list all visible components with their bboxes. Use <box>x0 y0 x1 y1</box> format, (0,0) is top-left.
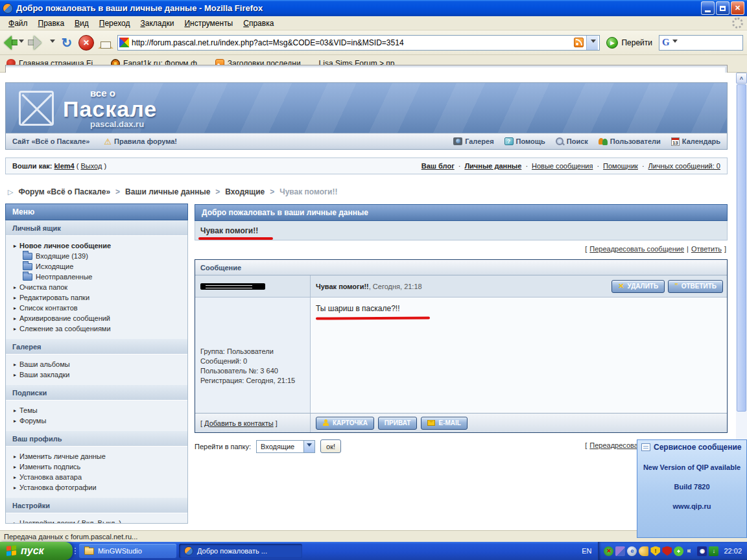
delete-button[interactable]: ✕УДАЛИТЬ <box>611 280 665 293</box>
menu-view[interactable]: Вид <box>70 18 93 29</box>
card-button[interactable]: КАРТОЧКА <box>316 417 374 430</box>
forward-message-link[interactable]: Переадресовать сообщение <box>589 245 684 253</box>
table-header: Сообщение <box>195 260 727 275</box>
forward-dropdown-icon[interactable] <box>50 40 55 45</box>
rules-link[interactable]: ⚠ Правила форума! <box>104 137 177 146</box>
security-warning-icon[interactable]: ! <box>650 546 660 556</box>
language-indicator[interactable]: EN <box>575 542 598 560</box>
volume-icon[interactable] <box>685 546 695 556</box>
folder-select[interactable]: Входящие <box>256 440 315 453</box>
firewall-icon[interactable] <box>662 546 672 556</box>
firefox-icon <box>184 546 193 555</box>
nav-search[interactable]: Поиск <box>556 137 588 146</box>
breadcrumb-forum[interactable]: Форум «Всё о Паскале» <box>18 187 110 196</box>
nav-members[interactable]: Пользователи <box>599 137 661 145</box>
pm-count-link[interactable]: Личных сообщений: 0 <box>648 162 720 170</box>
sidebar-item-unsent[interactable]: Неотправленные <box>6 272 187 282</box>
username-link[interactable]: klem4 <box>54 162 75 170</box>
sidebar-item-topics[interactable]: ▸Темы <box>6 405 187 415</box>
sidebar-item-new-message[interactable]: ▸Новое личное сообщение <box>6 240 187 251</box>
qip-notification-popup[interactable]: Сервисное сообщение New Version of QIP a… <box>637 439 747 538</box>
forward-button[interactable] <box>28 36 55 50</box>
url-text[interactable]: http://forum.pascal.net.ru/index.php?act… <box>132 38 571 47</box>
bookmark-item[interactable]: Lisa Sims Forum > пр... <box>319 59 401 68</box>
address-bar[interactable]: http://forum.pascal.net.ru/index.php?act… <box>117 35 600 51</box>
stop-button[interactable]: ✕ <box>78 35 94 51</box>
sidebar-item-tracking[interactable]: ▸Слежение за сообщениями <box>6 323 187 334</box>
sidebar-item-edit-folders[interactable]: ▸Редактировать папки <box>6 292 187 303</box>
logout-link[interactable]: Выход <box>81 162 102 170</box>
main-content: Добро пожаловать в ваши личные данные Чу… <box>195 204 728 453</box>
nav-calendar[interactable]: 13Календарь <box>671 137 720 146</box>
minimize-button[interactable] <box>701 1 715 15</box>
email-button[interactable]: E-MAIL <box>421 417 467 430</box>
sidebar-item-albums[interactable]: ▸Ваши альбомы <box>6 359 187 369</box>
sidebar-item-edit-signature[interactable]: ▸Изменить подпись <box>6 461 187 472</box>
messenger-icon[interactable]: e <box>627 546 637 556</box>
qip-note-icon <box>641 443 650 451</box>
breadcrumb-personal[interactable]: Ваши личные данные <box>125 187 210 196</box>
sidebar-item-empty-folders[interactable]: ▸Очистка папок <box>6 282 187 292</box>
go-button[interactable]: ▶ Перейти <box>604 37 655 49</box>
connection-icon[interactable]: ◉ <box>697 546 707 556</box>
calendar-icon: 13 <box>671 137 680 146</box>
task-firefox[interactable]: Добро пожаловать ... <box>179 544 302 558</box>
menu-tools[interactable]: Инструменты <box>180 18 237 29</box>
sidebar-item-contacts[interactable]: ▸Список контактов <box>6 303 187 313</box>
menu-go[interactable]: Переход <box>95 18 135 29</box>
sidebar-item-avatar[interactable]: ▸Установка аватара <box>6 472 187 482</box>
network-icon[interactable] <box>615 546 625 556</box>
sidebar-item-sent[interactable]: Исходящие <box>6 261 187 272</box>
menu-file[interactable]: Файл <box>4 18 32 29</box>
nav-gallery[interactable]: Галерея <box>453 137 493 145</box>
ok-button[interactable]: ок! <box>320 439 341 453</box>
back-button[interactable] <box>4 36 24 50</box>
menu-bookmarks[interactable]: Закладки <box>136 18 178 29</box>
scrollbar-thumb[interactable] <box>737 84 746 412</box>
sidebar-item-inbox[interactable]: Входящие (139) <box>6 251 187 261</box>
sidebar-item-photo[interactable]: ▸Установка фотографии <box>6 482 187 493</box>
window-titlebar: Добро пожаловать в ваши личные данные - … <box>0 0 747 16</box>
search-engine-dropdown-icon[interactable] <box>672 40 678 45</box>
sidebar-item-bookmarks[interactable]: ▸Ваши закладки <box>6 369 187 380</box>
assistant-link[interactable]: Помощник <box>603 162 638 170</box>
qip-icon[interactable] <box>674 546 683 556</box>
sidebar-item-forums[interactable]: ▸Форумы <box>6 415 187 426</box>
qip-title: Сервисное сообщение <box>654 443 742 452</box>
qip-url[interactable]: www.qip.ru <box>637 502 746 510</box>
antivirus-icon[interactable]: ✕ <box>604 546 613 556</box>
add-contact-link[interactable]: Добавить в контакты <box>204 419 274 427</box>
home-button[interactable] <box>98 36 113 50</box>
clock[interactable]: 22:02 <box>724 547 742 555</box>
download-manager-icon[interactable]: ↓ <box>709 546 718 556</box>
scroll-up-button[interactable]: ˄ <box>736 73 747 84</box>
restore-button[interactable] <box>716 1 729 15</box>
back-dropdown-icon[interactable] <box>19 40 24 45</box>
privat-button[interactable]: ПРИВАТ <box>378 417 418 430</box>
keys-icon[interactable] <box>639 546 648 556</box>
menu-edit[interactable]: Правка <box>34 18 69 29</box>
sidebar-item-edit-profile[interactable]: ▸Изменить личные данные <box>6 451 187 461</box>
start-button[interactable]: пуск <box>0 542 73 560</box>
reply-link[interactable]: Ответить <box>691 245 722 253</box>
close-button[interactable]: ✕ <box>731 1 744 15</box>
personal-data-link[interactable]: Личные данные <box>464 162 521 170</box>
forum-logo[interactable]: все о Паскале pascal.dax.ru <box>63 88 157 128</box>
nav-help[interactable]: ?Помощь <box>504 137 545 145</box>
google-icon[interactable]: G <box>662 37 670 48</box>
taskbar: пуск MinGWStudio Добро пожаловать ... EN… <box>0 542 747 560</box>
search-input[interactable]: G <box>659 35 743 51</box>
reply-button[interactable]: ”ОТВЕТИТЬ <box>668 280 723 293</box>
sidebar-item-board-settings[interactable]: ▸Настройки доски ( Вкл. Выкл. ) <box>6 518 187 523</box>
menu-help[interactable]: Справка <box>239 18 278 29</box>
new-messages-link[interactable]: Новые сообщения <box>532 162 593 170</box>
urlbar-dropdown-button[interactable] <box>586 36 598 50</box>
combo-arrow-icon[interactable] <box>303 441 314 452</box>
sidebar-item-archive[interactable]: ▸Архивирование сообщений <box>6 313 187 323</box>
breadcrumb-inbox[interactable]: Входящие <box>225 187 265 196</box>
reload-button[interactable]: ↻ <box>59 35 75 51</box>
task-mingwstudio[interactable]: MinGWStudio <box>79 544 176 558</box>
blog-link[interactable]: Ваш блог <box>421 162 455 170</box>
rss-icon[interactable] <box>574 38 584 47</box>
site-link[interactable]: Сайт «Всё о Паскале» <box>12 137 89 145</box>
